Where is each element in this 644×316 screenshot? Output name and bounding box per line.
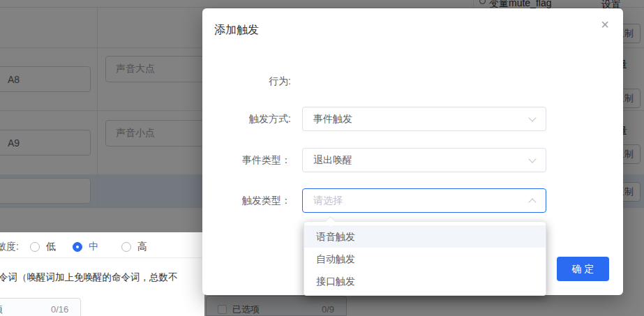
radio-low[interactable] (30, 242, 40, 252)
behavior-label: 行为: (202, 74, 291, 88)
trigger-type-dropdown: 语音触发 自动触发 接口触发 (304, 221, 546, 296)
panel-divider (0, 257, 204, 258)
chevron-up-icon (528, 198, 536, 206)
screen: 变量mute_flag 设置 A8 A9 声音大点 声音小点 音量 音量 复制 … (0, 0, 644, 316)
form-row-trigger-mode: 触发方式: 事件触发 (202, 107, 623, 131)
radio-high-label[interactable]: 高 (137, 241, 147, 253)
form-row-trigger-type: 触发类型： 请选择 (202, 188, 623, 213)
chevron-down-icon (528, 155, 536, 163)
dropdown-option-api[interactable]: 接口触发 (304, 270, 546, 292)
radio-medium[interactable] (73, 242, 82, 252)
radio-low-label[interactable]: 低 (46, 241, 56, 253)
sensitivity-panel: 敏度: 低 中 高 令词（唤醒词加上免唤醒的命令词，总数不 项 0/16 (0, 232, 204, 316)
trigger-type-placeholder: 请选择 (313, 195, 343, 207)
radio-medium-label[interactable]: 中 (89, 241, 98, 253)
radio-high[interactable] (121, 242, 131, 252)
dropdown-option-voice[interactable]: 语音触发 (304, 225, 546, 248)
confirm-button[interactable]: 确 定 (557, 257, 609, 281)
pending-list-title: 项 (0, 303, 3, 316)
close-icon[interactable]: × (601, 17, 609, 31)
command-word-hint: 令词（唤醒词加上免唤醒的命令词，总数不 (0, 271, 178, 284)
trigger-mode-value: 事件触发 (313, 113, 352, 126)
dropdown-option-list: 语音触发 自动触发 接口触发 (304, 222, 546, 296)
dropdown-option-auto[interactable]: 自动触发 (304, 248, 546, 270)
trigger-type-label: 触发类型： (202, 188, 291, 213)
sensitivity-label: 敏度: (0, 241, 19, 253)
pending-list-count: 0/16 (51, 304, 68, 315)
event-type-label: 事件类型： (202, 148, 291, 172)
trigger-mode-select[interactable]: 事件触发 (302, 107, 546, 131)
trigger-type-select[interactable]: 请选择 (302, 188, 546, 213)
form-row-event-type: 事件类型： 退出唤醒 (202, 148, 623, 172)
pending-list-header (0, 298, 81, 316)
event-type-value: 退出唤醒 (313, 154, 352, 167)
chevron-down-icon (528, 114, 536, 121)
dialog-title: 添加触发 (214, 23, 259, 38)
event-type-select[interactable]: 退出唤醒 (302, 148, 546, 172)
trigger-mode-label: 触发方式: (202, 107, 291, 131)
